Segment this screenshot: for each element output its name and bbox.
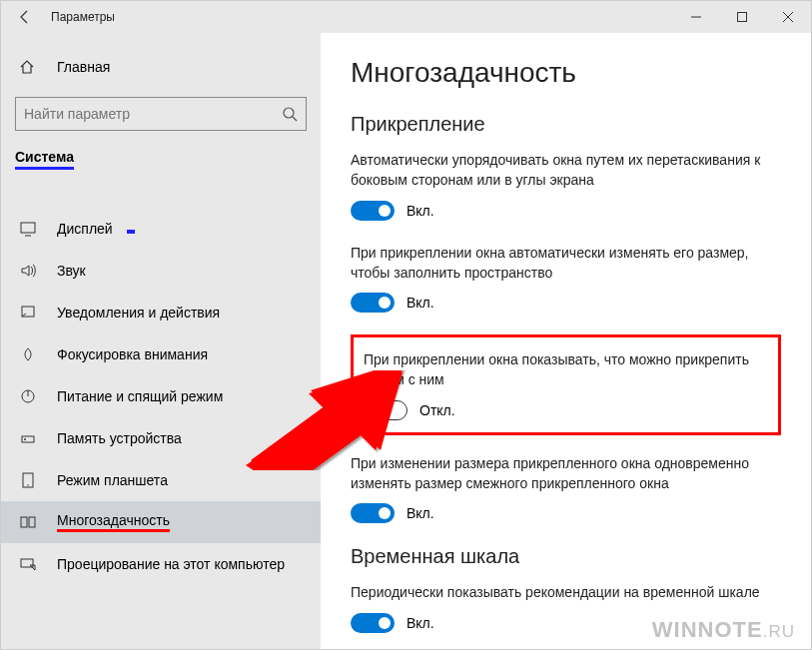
setting-desc: При изменении размера прикрепленного окн… xyxy=(351,453,781,494)
projecting-icon xyxy=(19,556,37,572)
sidebar-item-label: Фокусировка внимания xyxy=(57,346,208,362)
svg-point-12 xyxy=(24,438,26,440)
maximize-button[interactable] xyxy=(719,1,765,33)
tablet-icon xyxy=(19,472,37,488)
titlebar: Параметры xyxy=(1,1,811,33)
toggle-snap-resize[interactable] xyxy=(351,503,395,523)
focus-icon xyxy=(19,346,37,362)
setting-snap-arrange: Автоматически упорядочивать окна путем и… xyxy=(351,150,781,221)
sidebar-item-storage[interactable]: Память устройства xyxy=(1,417,321,459)
sidebar-item-label: Режим планшета xyxy=(57,472,168,488)
power-icon xyxy=(19,388,37,404)
sidebar-item-multitasking[interactable]: Многозадачность xyxy=(1,501,321,543)
setting-timeline-suggest: Периодически показывать рекомендации на … xyxy=(351,582,781,632)
sidebar-item-label: Уведомления и действия xyxy=(57,305,220,321)
close-button[interactable] xyxy=(765,1,811,33)
svg-rect-1 xyxy=(738,13,747,22)
sidebar-item-tablet[interactable]: Режим планшета xyxy=(1,459,321,501)
toggle-snap-fill[interactable] xyxy=(351,293,395,313)
section-snap: Прикрепление xyxy=(351,113,781,136)
setting-desc: Периодически показывать рекомендации на … xyxy=(351,582,781,602)
svg-point-4 xyxy=(284,108,294,118)
window-title: Параметры xyxy=(51,10,115,24)
toggle-state: Вкл. xyxy=(406,505,434,521)
svg-rect-6 xyxy=(21,223,35,233)
search-box[interactable] xyxy=(15,97,307,131)
svg-rect-16 xyxy=(29,517,35,527)
toggle-snap-arrange[interactable] xyxy=(351,201,395,221)
toggle-timeline-suggest[interactable] xyxy=(351,613,395,633)
setting-snap-resize: При изменении размера прикрепленного окн… xyxy=(351,453,781,524)
svg-rect-15 xyxy=(21,517,27,527)
section-heading: Система xyxy=(15,149,74,170)
home-nav[interactable]: Главная xyxy=(1,47,321,87)
back-button[interactable] xyxy=(1,1,49,33)
toggle-state: Вкл. xyxy=(406,295,434,311)
annotation-dot xyxy=(127,230,135,234)
setting-snap-fill: При прикреплении окна автоматически изме… xyxy=(351,243,781,314)
search-input[interactable] xyxy=(24,106,282,122)
sidebar-item-sound[interactable]: Звук xyxy=(1,250,321,292)
svg-line-5 xyxy=(293,117,297,121)
toggle-snap-assist[interactable] xyxy=(364,400,407,420)
sidebar-item-projecting[interactable]: Проецирование на этот компьютер xyxy=(1,543,321,585)
highlight-box: При прикреплении окна показывать, что мо… xyxy=(351,334,781,435)
search-icon xyxy=(282,106,298,122)
storage-icon xyxy=(19,430,37,446)
sidebar-item-label: Многозадачность xyxy=(57,512,170,532)
minimize-button[interactable] xyxy=(673,1,719,33)
sidebar-item-label: Питание и спящий режим xyxy=(57,388,223,404)
page-title: Многозадачность xyxy=(351,57,781,89)
sidebar-item-focus[interactable]: Фокусировка внимания xyxy=(1,333,321,375)
display-icon xyxy=(19,221,37,237)
sidebar: Главная Система Дисплей Звук Уведомления… xyxy=(1,33,321,650)
setting-desc: Автоматически упорядочивать окна путем и… xyxy=(351,150,781,191)
toggle-state: Вкл. xyxy=(406,203,434,219)
sidebar-item-label: Память устройства xyxy=(57,430,182,446)
notifications-icon xyxy=(19,305,37,321)
sidebar-item-power[interactable]: Питание и спящий режим xyxy=(1,375,321,417)
svg-point-14 xyxy=(27,484,28,485)
sidebar-item-notifications[interactable]: Уведомления и действия xyxy=(1,292,321,333)
content-area: Многозадачность Прикрепление Автоматичес… xyxy=(321,33,811,650)
sidebar-item-label: Дисплей xyxy=(57,221,113,237)
sidebar-item-label: Звук xyxy=(57,263,86,279)
setting-snap-assist: При прикреплении окна показывать, что мо… xyxy=(364,349,764,420)
sound-icon xyxy=(19,263,37,279)
sidebar-item-label: Проецирование на этот компьютер xyxy=(57,556,285,572)
home-label: Главная xyxy=(57,59,110,75)
setting-desc: При прикреплении окна показывать, что мо… xyxy=(364,349,764,390)
toggle-state: Откл. xyxy=(419,402,455,418)
sidebar-item-display[interactable]: Дисплей xyxy=(1,208,321,250)
section-timeline: Временная шкала xyxy=(351,545,781,568)
home-icon xyxy=(19,59,37,75)
svg-rect-11 xyxy=(22,436,34,442)
multitasking-icon xyxy=(19,514,37,530)
setting-desc: При прикреплении окна автоматически изме… xyxy=(351,243,781,284)
toggle-state: Вкл. xyxy=(406,615,434,631)
